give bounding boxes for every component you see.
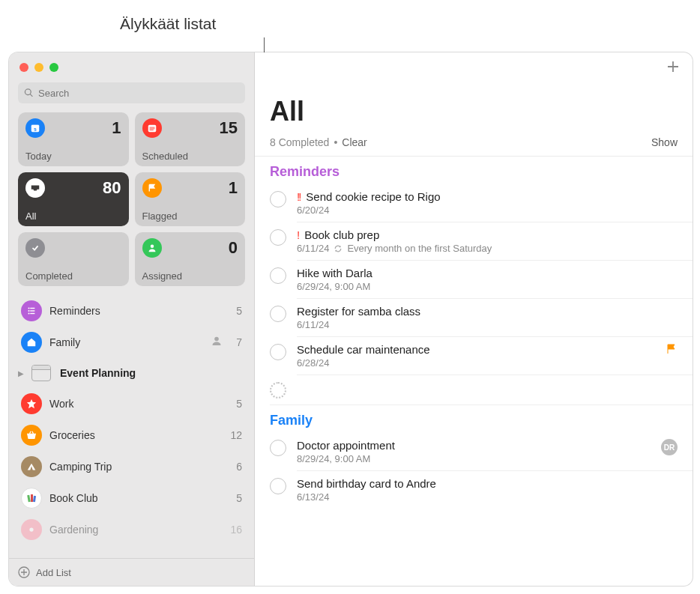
sidebar-list-family[interactable]: Family 7 — [13, 327, 250, 358]
smart-list-label: Scheduled — [142, 151, 238, 162]
plus-circle-icon — [18, 566, 30, 578]
calendar-day-icon: 5 — [25, 118, 45, 138]
reminder-item[interactable]: Send birthday card to Andre 6/13/24 — [255, 471, 693, 509]
tray-icon — [25, 178, 45, 198]
reminder-title: Schedule car maintenance — [297, 343, 430, 356]
list-count: 5 — [236, 492, 242, 504]
list-count: 5 — [236, 398, 242, 410]
priority-indicator: !! — [297, 190, 300, 203]
list-label: Groceries — [49, 429, 223, 441]
smart-list-label: Flagged — [142, 210, 238, 222]
smart-list-count: 15 — [220, 118, 238, 138]
priority-indicator: ! — [297, 228, 298, 241]
house-icon — [21, 332, 42, 353]
search-input[interactable] — [38, 88, 239, 99]
search-field[interactable] — [18, 82, 245, 103]
minimize-window-button[interactable] — [34, 63, 43, 72]
completed-count: 8 Completed — [270, 136, 329, 148]
completion-circle[interactable] — [270, 440, 286, 456]
show-button[interactable]: Show — [651, 136, 678, 148]
section-header-reminders: Reminders — [255, 157, 693, 184]
reminder-date: 6/28/24 — [297, 357, 329, 369]
sidebar: 5 1 Today 15 Scheduled — [9, 52, 255, 586]
list-count: 12 — [230, 429, 242, 441]
person-icon — [142, 238, 162, 258]
completion-circle[interactable] — [270, 229, 286, 246]
sidebar-list-book-club[interactable]: Book Club 5 — [13, 482, 250, 514]
list-bullet-icon — [21, 300, 42, 321]
sidebar-list-groceries[interactable]: Groceries 12 — [13, 419, 250, 451]
list-label: Gardening — [49, 524, 223, 536]
svg-rect-12 — [30, 310, 34, 311]
reminder-title: Doctor appointment — [297, 439, 395, 452]
completion-circle[interactable] — [270, 191, 286, 207]
svg-point-9 — [28, 307, 29, 309]
reminder-item[interactable]: Register for samba class 6/11/24 — [255, 299, 693, 336]
reminder-item[interactable]: Doctor appointment 8/29/24, 9:00 AM DR — [255, 433, 693, 470]
sidebar-group-event-planning[interactable]: ▶ Event Planning — [13, 358, 250, 388]
smart-list-flagged[interactable]: 1 Flagged — [135, 172, 246, 226]
reminder-title: Register for samba class — [297, 305, 420, 318]
reminder-item[interactable]: Schedule car maintenance 6/28/24 — [255, 337, 693, 375]
zoom-window-button[interactable] — [49, 63, 58, 72]
completion-circle[interactable] — [270, 478, 286, 494]
svg-point-15 — [214, 337, 219, 342]
smart-list-label: Today — [25, 151, 121, 162]
reminder-title: Hike with Darla — [297, 267, 372, 279]
sidebar-list-gardening[interactable]: Gardening 16 — [13, 514, 250, 545]
list-label: Work — [49, 398, 229, 410]
close-window-button[interactable] — [19, 63, 28, 72]
smart-list-all[interactable]: 80 All — [18, 172, 129, 226]
group-label: Event Planning — [60, 367, 245, 379]
reminder-item[interactable]: !!Send cookie recipe to Rigo 6/20/24 — [255, 184, 693, 222]
search-icon — [24, 88, 34, 98]
svg-rect-16 — [27, 495, 31, 502]
shared-icon — [211, 335, 223, 350]
flag-icon — [666, 343, 678, 355]
svg-rect-18 — [33, 496, 36, 502]
add-list-button[interactable]: Add List — [9, 558, 254, 586]
reminder-date: 6/20/24 — [297, 204, 329, 216]
my-lists: Reminders 5 Family 7 ▶ Event Planning — [9, 295, 254, 558]
sidebar-list-camping-trip[interactable]: Camping Trip 6 — [13, 451, 250, 482]
repeat-icon — [334, 244, 343, 253]
sidebar-list-reminders[interactable]: Reminders 5 — [13, 295, 250, 327]
smart-list-today[interactable]: 5 1 Today — [18, 112, 129, 166]
annotation-label: Älykkäät listat — [120, 15, 216, 33]
tent-icon — [21, 456, 42, 477]
smart-list-count: 1 — [229, 178, 238, 198]
star-icon — [21, 393, 42, 414]
new-reminder-placeholder[interactable] — [255, 375, 693, 404]
chevron-right-icon: ▶ — [18, 369, 27, 378]
reminder-item[interactable]: !Book club prep 6/11/24 Every month on t… — [255, 222, 693, 260]
svg-point-8 — [150, 245, 154, 249]
smart-list-completed[interactable]: Completed — [18, 232, 129, 286]
sidebar-list-work[interactable]: Work 5 — [13, 388, 250, 419]
completion-circle[interactable] — [270, 306, 286, 322]
svg-rect-17 — [31, 494, 33, 502]
new-reminder-button[interactable] — [666, 59, 681, 77]
smart-list-count: 80 — [103, 178, 121, 198]
svg-point-13 — [28, 312, 29, 314]
assignee-badge: DR — [661, 439, 678, 455]
svg-text:5: 5 — [34, 127, 37, 132]
folder-icon — [31, 365, 51, 381]
reminder-repeat: Every month on the first Saturday — [347, 243, 492, 254]
completion-circle[interactable] — [270, 267, 286, 284]
list-count: 7 — [236, 336, 242, 348]
reminder-date: 6/29/24, 9:00 AM — [297, 281, 370, 292]
reminder-date: 8/29/24, 9:00 AM — [297, 453, 370, 464]
books-icon — [21, 488, 42, 509]
completion-circle[interactable] — [270, 344, 286, 360]
flower-icon — [21, 519, 42, 540]
smart-list-assigned[interactable]: 0 Assigned — [135, 232, 246, 286]
smart-list-count: 1 — [112, 118, 121, 138]
smart-list-label: Assigned — [142, 270, 238, 282]
clear-button[interactable]: Clear — [342, 136, 366, 148]
svg-rect-10 — [30, 308, 34, 309]
basket-icon — [21, 425, 42, 446]
reminder-item[interactable]: Hike with Darla 6/29/24, 9:00 AM — [255, 261, 693, 298]
completion-circle-placeholder[interactable] — [270, 382, 286, 398]
app-window: 5 1 Today 15 Scheduled — [9, 52, 693, 586]
smart-list-scheduled[interactable]: 15 Scheduled — [135, 112, 246, 166]
